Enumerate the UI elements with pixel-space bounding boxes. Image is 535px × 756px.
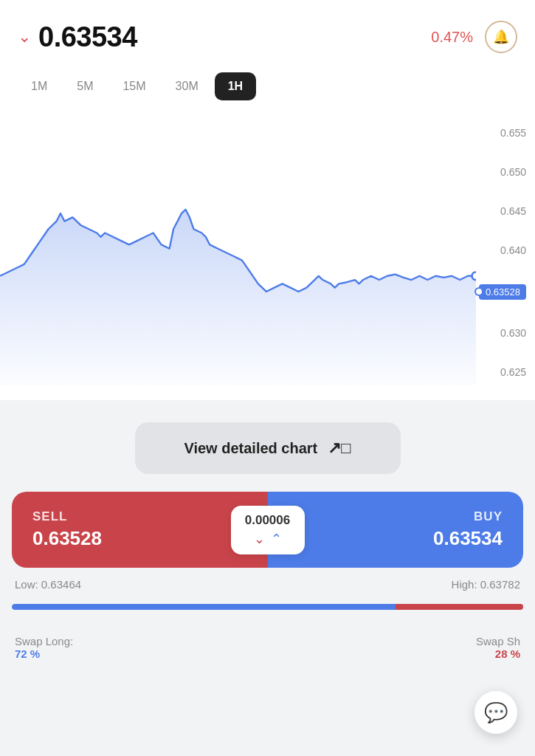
tab-15m[interactable]: 15M xyxy=(109,72,159,100)
swap-long-label: Swap Long: xyxy=(15,635,73,647)
header: ⌄ 0.63534 0.47% 🔔 xyxy=(0,0,535,65)
arrow-down-icon: ⌄ xyxy=(254,531,265,547)
y-label-650: 0.650 xyxy=(479,166,526,178)
trade-buttons: SELL 0.63528 0.00006 ⌄ ⌃ BUY 0.63534 xyxy=(12,492,523,568)
progress-section xyxy=(0,601,535,625)
view-detailed-chart-button[interactable]: View detailed chart ↗□ xyxy=(135,422,401,474)
chart-y-axis: 0.655 0.650 0.645 0.640 0.63528 0.630 0.… xyxy=(476,120,535,385)
y-label-current: 0.63528 xyxy=(479,284,526,300)
swap-long-value: 72 % xyxy=(15,647,40,660)
chart-wrapper: 0.655 0.650 0.645 0.640 0.63528 0.630 0.… xyxy=(0,120,535,385)
change-percentage: 0.47% xyxy=(431,29,473,46)
tab-5m[interactable]: 5M xyxy=(63,72,106,100)
tab-30m[interactable]: 30M xyxy=(162,72,212,100)
price-chart xyxy=(0,120,476,385)
long-short-bar xyxy=(12,604,523,610)
svg-point-0 xyxy=(472,272,476,280)
chat-icon: 💬 xyxy=(484,701,508,724)
swap-short-label: Swap Sh xyxy=(476,635,520,647)
chat-button[interactable]: 💬 xyxy=(474,691,517,734)
bell-icon: 🔔 xyxy=(493,29,509,45)
main-price: 0.63534 xyxy=(38,21,137,53)
low-high-section: Low: 0.63464 High: 0.63782 xyxy=(0,568,535,601)
buy-label: BUY xyxy=(289,509,503,524)
chart-section: 0.655 0.650 0.645 0.640 0.63528 0.630 0.… xyxy=(0,112,535,400)
view-chart-section: View detailed chart ↗□ xyxy=(0,400,535,492)
notification-button[interactable]: 🔔 xyxy=(485,21,517,53)
price-section: ⌄ 0.63534 xyxy=(18,21,137,53)
sell-button[interactable]: SELL 0.63528 xyxy=(12,492,268,568)
high-value: High: 0.63782 xyxy=(452,578,520,591)
arrow-up-icon: ⌃ xyxy=(271,531,282,547)
spread-value: 0.00006 xyxy=(245,513,290,528)
header-right: 0.47% 🔔 xyxy=(431,21,517,53)
spread-badge: 0.00006 ⌄ ⌃ xyxy=(231,506,305,554)
tab-1m[interactable]: 1M xyxy=(18,72,61,100)
trade-section: SELL 0.63528 0.00006 ⌄ ⌃ BUY 0.63534 xyxy=(0,492,535,568)
external-link-icon: ↗□ xyxy=(328,439,351,458)
swap-long: Swap Long: 72 % xyxy=(15,635,73,660)
y-label-630: 0.630 xyxy=(479,327,526,339)
swap-short: Swap Sh 28 % xyxy=(476,635,520,660)
y-label-645: 0.645 xyxy=(479,205,526,217)
buy-price: 0.63534 xyxy=(289,527,503,550)
chart-canvas xyxy=(0,120,476,385)
spread-arrows: ⌄ ⌃ xyxy=(254,531,282,547)
sell-label: SELL xyxy=(32,509,247,524)
sell-price: 0.63528 xyxy=(32,527,247,550)
y-label-640: 0.640 xyxy=(479,244,526,256)
tab-1h[interactable]: 1H xyxy=(215,72,256,100)
buy-button[interactable]: BUY 0.63534 xyxy=(268,492,524,568)
low-value: Low: 0.63464 xyxy=(15,578,81,591)
swap-section: Swap Long: 72 % Swap Sh 28 % xyxy=(0,625,535,670)
short-bar xyxy=(396,604,523,610)
view-chart-label: View detailed chart xyxy=(184,440,317,457)
long-bar xyxy=(12,604,396,610)
time-tabs: 1M 5M 15M 30M 1H xyxy=(0,65,535,112)
y-label-655: 0.655 xyxy=(479,127,526,139)
swap-short-value: 28 % xyxy=(495,647,520,660)
y-label-625: 0.625 xyxy=(479,366,526,378)
down-arrow-icon: ⌄ xyxy=(18,29,31,45)
